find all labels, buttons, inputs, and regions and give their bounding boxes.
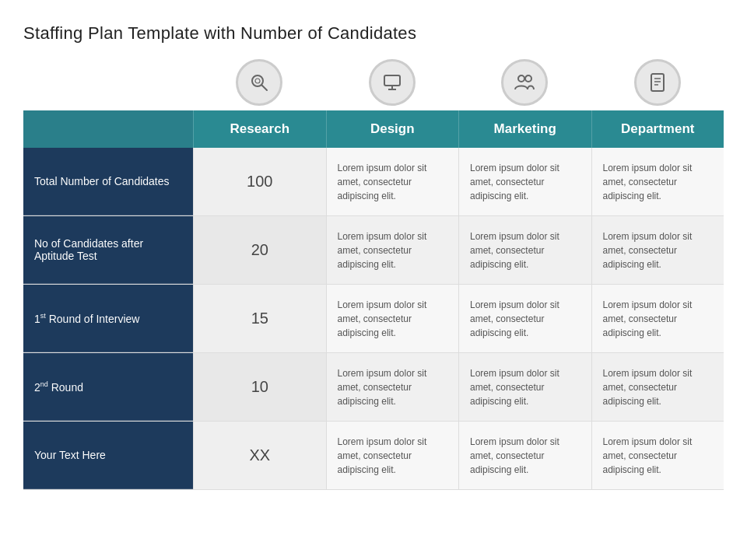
table-wrapper: Research Design Marketing Department Tot… xyxy=(23,59,724,490)
table-row: 2nd Round 10 Lorem ipsum dolor sit amet,… xyxy=(23,353,724,422)
icon-cell-design xyxy=(326,59,459,110)
svg-point-2 xyxy=(255,79,260,83)
cell-total-marketing: Lorem ipsum dolor sit amet, consectetur … xyxy=(458,148,591,215)
cell-round1-research: Lorem ipsum dolor sit amet, consectetur … xyxy=(326,285,459,352)
document-icon xyxy=(634,59,681,106)
svg-rect-3 xyxy=(384,75,400,86)
cell-round2-research: Lorem ipsum dolor sit amet, consectetur … xyxy=(326,353,459,421)
svg-point-6 xyxy=(518,75,524,82)
header-col-design: Design xyxy=(326,110,459,148)
header-label-spacer xyxy=(23,110,193,148)
cell-round1-number: 15 xyxy=(193,285,326,352)
svg-rect-8 xyxy=(651,74,664,91)
row-label-custom: Your Text Here xyxy=(23,422,193,489)
icon-cell-marketing xyxy=(458,59,591,110)
svg-line-1 xyxy=(262,86,268,91)
cell-custom-marketing: Lorem ipsum dolor sit amet, consectetur … xyxy=(458,422,591,489)
header-row: Research Design Marketing Department xyxy=(23,110,724,148)
cell-round1-department: Lorem ipsum dolor sit amet, consectetur … xyxy=(591,285,724,352)
row-label-round2: 2nd Round xyxy=(23,353,193,421)
cell-aptitude-department: Lorem ipsum dolor sit amet, consectetur … xyxy=(591,216,724,284)
header-col-marketing: Marketing xyxy=(458,110,591,148)
cell-aptitude-number: 20 xyxy=(193,216,326,284)
people-icon xyxy=(501,59,548,106)
icon-cell-research xyxy=(193,59,326,110)
cell-aptitude-marketing: Lorem ipsum dolor sit amet, consectetur … xyxy=(458,216,591,284)
table-row: 1st Round of Interview 15 Lorem ipsum do… xyxy=(23,285,724,353)
header-col-research: Research xyxy=(193,110,326,148)
icon-cell-department xyxy=(591,59,724,110)
cell-custom-research: Lorem ipsum dolor sit amet, consectetur … xyxy=(326,422,459,489)
cell-total-department: Lorem ipsum dolor sit amet, consectetur … xyxy=(591,148,724,215)
header-col-department: Department xyxy=(591,110,724,148)
table-row: Your Text Here XX Lorem ipsum dolor sit … xyxy=(23,422,724,490)
table-row: No of Candidates after Aptitude Test 20 … xyxy=(23,216,724,285)
row-label-total: Total Number of Candidates xyxy=(23,148,193,215)
icon-row xyxy=(193,59,724,110)
cell-total-number: 100 xyxy=(193,148,326,215)
row-label-aptitude: No of Candidates after Aptitude Test xyxy=(23,216,193,284)
cell-custom-number: XX xyxy=(193,422,326,489)
search-icon xyxy=(236,59,282,106)
cell-aptitude-research: Lorem ipsum dolor sit amet, consectetur … xyxy=(326,216,459,284)
svg-point-7 xyxy=(525,75,531,82)
cell-custom-department: Lorem ipsum dolor sit amet, consectetur … xyxy=(591,422,724,489)
table-row: Total Number of Candidates 100 Lorem ips… xyxy=(23,148,724,216)
page: Staffing Plan Template with Number of Ca… xyxy=(0,0,747,560)
cell-round1-marketing: Lorem ipsum dolor sit amet, consectetur … xyxy=(458,285,591,352)
page-title: Staffing Plan Template with Number of Ca… xyxy=(23,23,724,44)
cell-total-research: Lorem ipsum dolor sit amet, consectetur … xyxy=(326,148,459,215)
cell-round2-department: Lorem ipsum dolor sit amet, consectetur … xyxy=(591,353,724,421)
monitor-icon xyxy=(369,59,416,106)
cell-round2-marketing: Lorem ipsum dolor sit amet, consectetur … xyxy=(458,353,591,421)
cell-round2-number: 10 xyxy=(193,353,326,421)
row-label-round1: 1st Round of Interview xyxy=(23,285,193,352)
